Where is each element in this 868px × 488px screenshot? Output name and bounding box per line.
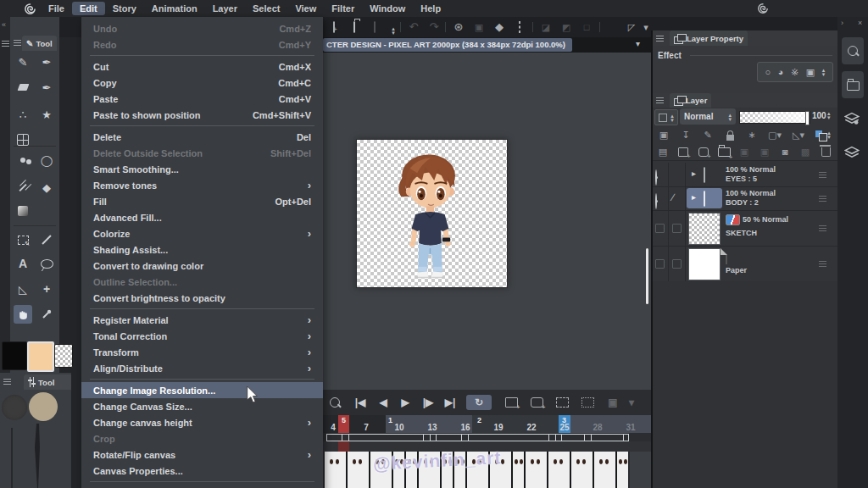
- tab-list-chevron-icon[interactable]: ▾: [636, 39, 640, 48]
- menu-item-fill[interactable]: FillOpt+Del: [81, 193, 323, 209]
- cel-thumbnail[interactable]: [548, 452, 570, 488]
- ruler-snap-icon[interactable]: ◩: [559, 20, 574, 34]
- cel-layer-icon[interactable]: ▣: [605, 395, 620, 410]
- cel-thumbnail[interactable]: [571, 452, 593, 488]
- effect-border-icon[interactable]: ▣: [806, 67, 815, 78]
- layer-menu-icon[interactable]: [819, 172, 826, 178]
- main-color-swatch[interactable]: [2, 341, 27, 370]
- dock-close-icon[interactable]: ×: [858, 19, 862, 27]
- hand-tool[interactable]: [14, 305, 32, 324]
- menu-edit[interactable]: Edit: [72, 2, 105, 15]
- tool-panel-tab[interactable]: ✎ Tool: [22, 36, 57, 51]
- next-frame-button[interactable]: |▶: [419, 395, 437, 410]
- crop-frame-icon[interactable]: [512, 20, 527, 34]
- specify-cel-button[interactable]: [553, 395, 571, 410]
- opacity-slider-handle[interactable]: [805, 111, 810, 125]
- transparent-color-swatch[interactable]: [54, 344, 73, 368]
- effect-tone-icon[interactable]: ◕: [778, 67, 784, 77]
- cel-thumbnail[interactable]: [594, 452, 615, 488]
- menu-item-copy[interactable]: CopyCmd+C: [81, 75, 323, 91]
- menu-animation[interactable]: Animation: [144, 2, 205, 15]
- layer-checkbox[interactable]: [672, 224, 682, 233]
- snap-grid-icon[interactable]: ▣: [471, 20, 487, 34]
- refresh-icon[interactable]: ⊛: [451, 20, 466, 34]
- layer-checkbox[interactable]: [655, 259, 665, 269]
- lasso-tool[interactable]: ◯: [37, 151, 56, 169]
- layer-dock-icon[interactable]: [844, 146, 860, 159]
- rail-handle-icon[interactable]: [2, 41, 9, 47]
- menu-view[interactable]: View: [287, 2, 324, 15]
- combine-to-layer-icon[interactable]: ▣: [754, 147, 775, 158]
- opacity-chevrons-icon[interactable]: ▴▾: [827, 111, 831, 119]
- menu-item-partial[interactable]: [81, 485, 323, 488]
- apply-mask-icon[interactable]: ▩: [795, 147, 815, 158]
- magic-wand-tool[interactable]: [14, 178, 32, 197]
- previous-frame-button[interactable]: ◀: [375, 395, 392, 410]
- snap-angle-icon[interactable]: ◸: [624, 20, 639, 34]
- layer-row-body[interactable]: ∕ ▸ 100 % Normal BODY : 2: [653, 186, 837, 211]
- brush-preview-dark[interactable]: [2, 395, 27, 420]
- menu-item-register-material[interactable]: Register Material: [81, 312, 323, 328]
- brush-tool[interactable]: ✒: [37, 78, 56, 97]
- layer-visibility-icon[interactable]: [655, 169, 657, 186]
- updown-chevron-icon[interactable]: ▴▾: [386, 20, 401, 34]
- material-panel-button[interactable]: [842, 71, 864, 98]
- menu-file[interactable]: File: [41, 2, 72, 15]
- lock-layer-icon[interactable]: [719, 130, 741, 141]
- airbrush-tool[interactable]: ∴: [14, 105, 32, 124]
- blend-mode-dropdown[interactable]: Normal ▴▾: [680, 108, 736, 125]
- menu-item-smart-smoothing[interactable]: Smart Smoothing...: [81, 161, 323, 177]
- brush-panel-handle-icon[interactable]: [3, 379, 11, 385]
- palette-combo[interactable]: ▴▾: [654, 109, 678, 125]
- layer-color-icon[interactable]: ▴▾: [810, 130, 836, 140]
- skip-to-start-button[interactable]: |◀: [351, 395, 370, 410]
- menu-item-change-image-resolution[interactable]: Change Image Resolution...: [81, 382, 323, 398]
- draft-layer-icon[interactable]: ✎: [697, 130, 719, 141]
- lock-transparent-pixels-icon[interactable]: ∗: [741, 130, 763, 141]
- new-folder-icon[interactable]: [714, 147, 734, 157]
- menu-item-transform[interactable]: Transform: [81, 344, 323, 360]
- menu-item-change-canvas-size[interactable]: Change Canvas Size...: [81, 398, 323, 414]
- create-mask-icon[interactable]: ◙: [775, 147, 795, 157]
- brush-panel-tab[interactable]: Tool: [24, 374, 71, 390]
- layer-property-handle-icon[interactable]: [656, 36, 664, 42]
- gradient-tool[interactable]: [14, 202, 32, 220]
- menu-filter[interactable]: Filter: [324, 2, 362, 15]
- set-as-reference-icon[interactable]: ↧: [675, 130, 697, 141]
- loop-playback-button[interactable]: ↻: [466, 395, 492, 410]
- menu-help[interactable]: Help: [413, 2, 448, 15]
- menu-layer[interactable]: Layer: [205, 2, 245, 15]
- layer-thumbnail[interactable]: [688, 213, 721, 245]
- new-file-icon[interactable]: [326, 20, 342, 34]
- fill-tool[interactable]: ◆: [37, 178, 56, 197]
- pen-tool[interactable]: ✎: [14, 53, 32, 71]
- layer-row-eyes[interactable]: ▸ 100 % Normal EYES : 5: [653, 163, 837, 187]
- cel-thumbnail[interactable]: [325, 452, 346, 488]
- new-animation-cel-button[interactable]: [502, 395, 520, 410]
- clip-at-layer-below-icon[interactable]: ▣: [653, 130, 675, 141]
- blend-tool[interactable]: [14, 151, 32, 169]
- layer-checkbox[interactable]: [655, 224, 665, 233]
- operation-tool[interactable]: +: [37, 280, 56, 298]
- cel-thumbnail[interactable]: [617, 452, 628, 488]
- menu-item-shading-assist[interactable]: Shading Assist...: [81, 241, 323, 258]
- special-ruler-icon[interactable]: □: [579, 20, 594, 34]
- menu-window[interactable]: Window: [362, 2, 413, 15]
- new-vector-layer-icon[interactable]: [693, 147, 714, 157]
- fill-bucket-icon[interactable]: ◆: [492, 20, 507, 34]
- playhead[interactable]: 5: [338, 415, 349, 433]
- drawing-canvas[interactable]: [356, 139, 508, 288]
- menu-select[interactable]: Select: [245, 2, 287, 15]
- layer-row-sketch[interactable]: 50 % Normal SKETCH: [653, 210, 837, 247]
- opacity-slider[interactable]: [739, 111, 810, 124]
- layer-visibility-icon[interactable]: [655, 193, 657, 209]
- layer-property-tab[interactable]: Layer Property: [670, 30, 748, 46]
- menu-story[interactable]: Story: [105, 2, 144, 15]
- menu-item-tonal-correction[interactable]: Tonal Correction: [81, 328, 323, 344]
- play-button[interactable]: ▶: [397, 395, 414, 410]
- undo-icon[interactable]: ↶: [406, 20, 421, 34]
- delete-layer-icon[interactable]: [815, 147, 836, 157]
- decoration-tool[interactable]: ★: [37, 105, 56, 124]
- collapse-panel-icon[interactable]: «: [2, 20, 6, 29]
- line-tool[interactable]: [37, 230, 56, 249]
